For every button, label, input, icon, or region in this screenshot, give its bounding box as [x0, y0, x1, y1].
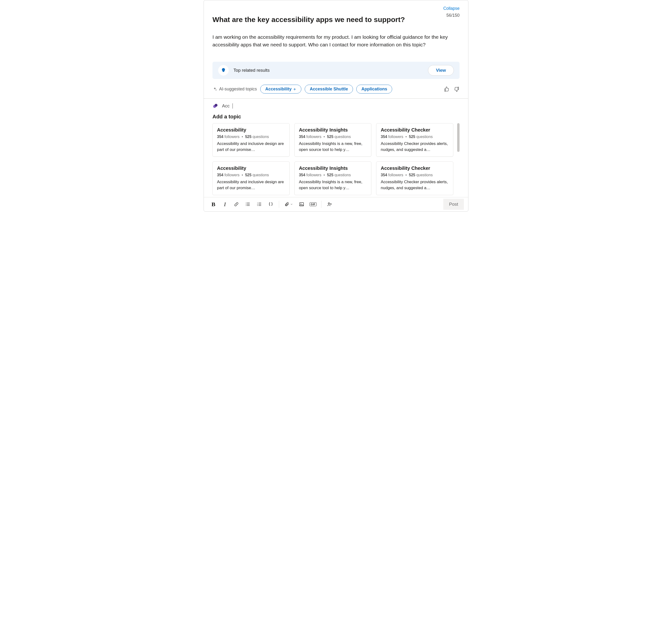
header-area: Collapse 56/150 What are the key accessi… — [204, 0, 468, 98]
topic-card-description: Accessibility Insights is a new, free, o… — [299, 141, 367, 153]
chevron-down-icon — [290, 203, 293, 206]
topic-card-title: Accessibility — [217, 127, 285, 133]
bullet-list-icon — [245, 202, 250, 207]
topic-card-meta: 354 followers • 525 questions — [381, 173, 449, 177]
topic-card[interactable]: Accessibility354 followers • 525 questio… — [212, 123, 290, 156]
ai-chip-applications[interactable]: Applications — [356, 85, 392, 94]
topic-card-title: Accessibility Checker — [381, 127, 449, 133]
topic-card-title: Accessibility Insights — [299, 165, 367, 171]
topic-card-description: Accessibility Insights is a new, free, o… — [299, 179, 367, 191]
topic-card-meta: 354 followers • 525 questions — [299, 173, 367, 177]
svg-point-9 — [300, 204, 302, 204]
topic-card-title: Accessibility Checker — [381, 165, 449, 171]
svg-point-3 — [246, 204, 247, 204]
people-add-icon — [327, 202, 332, 207]
topic-card[interactable]: Accessibility Checker354 followers • 525… — [376, 123, 453, 156]
question-body[interactable]: I am working on the accessibility requir… — [212, 33, 460, 48]
lightbulb-icon — [218, 65, 229, 76]
plus-icon — [293, 87, 296, 91]
top-related-label: Top related results — [234, 68, 269, 73]
topic-card-description: Accessibility and inclusive design are p… — [217, 179, 285, 191]
image-button[interactable] — [296, 199, 307, 209]
svg-text:3: 3 — [257, 205, 258, 206]
svg-rect-8 — [300, 203, 304, 206]
ai-suggested-label: AI-suggested topics — [212, 86, 257, 92]
compose-dialog: Collapse 56/150 What are the key accessi… — [204, 0, 468, 212]
topic-search-input[interactable]: Acc — [222, 103, 230, 109]
ai-chip-accessibility[interactable]: Accessibility — [260, 85, 302, 94]
topic-card-description: Accessibility Checker provides alerts, n… — [381, 179, 449, 191]
attach-button[interactable] — [282, 199, 295, 209]
thumbs-down-icon[interactable] — [454, 86, 460, 92]
numbered-list-icon: 123 — [257, 202, 262, 207]
topic-card[interactable]: Accessibility Insights354 followers • 52… — [294, 161, 372, 195]
topic-picker: Acc Add a topic Accessibility354 followe… — [204, 99, 468, 195]
topic-cards-grid: Accessibility354 followers • 525 questio… — [212, 123, 453, 195]
topic-card-description: Accessibility and inclusive design are p… — [217, 141, 285, 153]
scrollbar-thumb[interactable] — [457, 123, 460, 152]
topic-card-title: Accessibility Insights — [299, 127, 367, 133]
topic-card-title: Accessibility — [217, 165, 285, 171]
bullet-list-button[interactable] — [242, 199, 253, 209]
paperclip-icon — [284, 202, 289, 207]
topic-card-description: Accessibility Checker provides alerts, n… — [381, 141, 449, 153]
gif-icon: GIF — [309, 202, 317, 206]
topic-card[interactable]: Accessibility Checker354 followers • 525… — [376, 161, 453, 195]
post-button[interactable]: Post — [443, 199, 464, 210]
thumbs-up-icon[interactable] — [444, 86, 449, 92]
sparkle-icon — [212, 87, 217, 92]
code-button[interactable] — [266, 199, 276, 209]
italic-button[interactable]: I — [220, 199, 230, 209]
topic-card-meta: 354 followers • 525 questions — [381, 135, 449, 139]
svg-point-4 — [246, 205, 247, 206]
vertical-scrollbar[interactable] — [456, 123, 460, 195]
svg-point-2 — [246, 203, 247, 203]
mention-people-button[interactable] — [324, 199, 335, 209]
link-icon — [234, 202, 239, 207]
code-braces-icon — [268, 202, 274, 207]
gif-button[interactable]: GIF — [308, 199, 318, 209]
format-toolbar: B I 123 GIF Post — [204, 197, 468, 212]
topic-card[interactable]: Accessibility Insights354 followers • 52… — [294, 123, 372, 156]
topic-card-meta: 354 followers • 525 questions — [217, 135, 285, 139]
view-related-button[interactable]: View — [428, 65, 454, 76]
svg-point-10 — [328, 203, 330, 204]
link-button[interactable] — [231, 199, 242, 209]
question-title[interactable]: What are the key accessibility apps we n… — [212, 16, 460, 24]
numbered-list-button[interactable]: 123 — [254, 199, 265, 209]
svg-point-1 — [214, 104, 218, 107]
image-icon — [299, 202, 304, 207]
ai-suggested-row: AI-suggested topics Accessibility Access… — [212, 85, 460, 98]
topic-card-meta: 354 followers • 525 questions — [217, 173, 285, 177]
community-icon — [212, 103, 218, 109]
collapse-link[interactable]: Collapse — [443, 6, 460, 11]
top-related-bar: Top related results View — [212, 62, 460, 79]
topic-card[interactable]: Accessibility354 followers • 525 questio… — [212, 161, 290, 195]
ai-chip-accessible-shuttle[interactable]: Accessible Shuttle — [305, 85, 353, 94]
bold-button[interactable]: B — [208, 199, 219, 209]
topic-card-meta: 354 followers • 525 questions — [299, 135, 367, 139]
text-cursor — [233, 103, 233, 109]
add-topic-heading: Add a topic — [212, 113, 460, 120]
